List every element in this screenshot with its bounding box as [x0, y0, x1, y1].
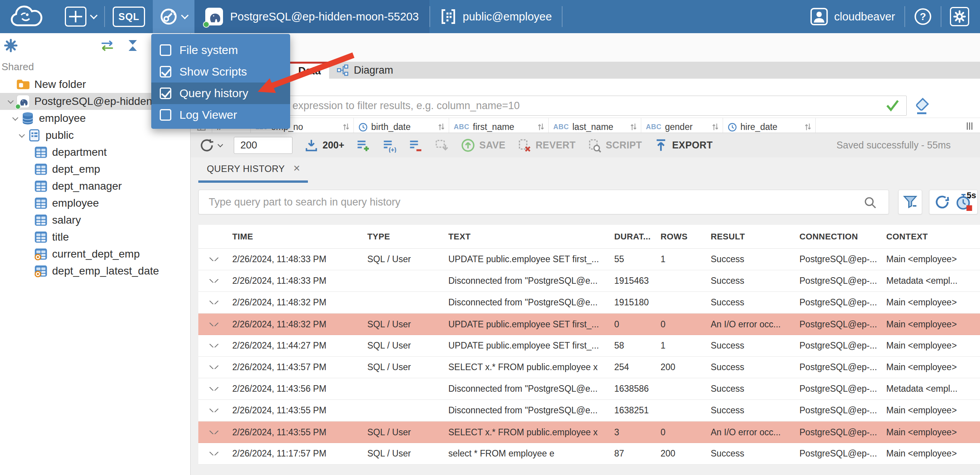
sync-connection-icon[interactable] [98, 39, 116, 52]
wrench-icon [160, 8, 177, 25]
tab-query-history[interactable]: QUERY HISTORY × [198, 157, 308, 183]
tree-item-public[interactable]: public [0, 127, 190, 144]
expand-chevron-icon[interactable] [209, 323, 218, 326]
expand-chevron-icon[interactable] [209, 366, 218, 369]
expand-chevron-icon[interactable] [209, 301, 218, 304]
gear-icon [950, 7, 969, 26]
menu-item-query-history[interactable]: Query history [151, 83, 290, 104]
sidebar-settings-gear-icon[interactable] [4, 39, 18, 52]
expand-chevron-icon[interactable] [209, 279, 218, 283]
apply-filter-check-icon[interactable] [885, 98, 900, 114]
chevron-down-icon[interactable] [3, 99, 16, 104]
grid-column-birth-date[interactable]: birth_date [354, 118, 449, 133]
tab-diagram[interactable]: Diagram [327, 62, 402, 79]
query-history-search-input[interactable] [198, 190, 889, 214]
expand-chevron-icon[interactable] [209, 258, 218, 261]
user-icon [810, 8, 828, 25]
help-button[interactable]: ? [905, 0, 941, 33]
query-history-row[interactable]: 2/26/2024, 11:48:33 PMSQL / UserUPDATE p… [198, 249, 980, 270]
tree-item-title[interactable]: title [0, 229, 190, 246]
new-sql-editor-button[interactable]: SQL [105, 0, 153, 33]
menu-item-file-system[interactable]: File system [151, 39, 290, 61]
query-history-row[interactable]: 2/26/2024, 11:43:57 PMSQL / UserSELECT x… [198, 357, 980, 378]
fetch-more-button[interactable]: 200+ [304, 138, 344, 153]
sql-editor-icon: SQL [113, 7, 145, 27]
main-content: Data Diagram [191, 33, 980, 475]
settings-button[interactable] [941, 0, 978, 33]
revert-button[interactable]: REVERT [517, 138, 576, 153]
filter-expression-input[interactable] [284, 96, 907, 116]
expand-chevron-icon[interactable] [209, 431, 218, 434]
history-filter-button[interactable] [898, 190, 922, 214]
refresh-icon[interactable] [934, 194, 950, 210]
checkbox-icon[interactable] [160, 66, 171, 77]
close-icon[interactable]: × [293, 162, 300, 174]
qh-cell-connection: PostgreSQL@ep-... [796, 427, 883, 438]
clear-filter-eraser-icon[interactable] [913, 96, 931, 116]
tree-item-department[interactable]: department [0, 144, 190, 161]
menu-item-label: Show Scripts [179, 65, 247, 78]
duplicate-row-button[interactable]: (+) [382, 138, 397, 153]
refresh-button[interactable] [199, 138, 222, 153]
row-limit-input[interactable] [234, 137, 292, 154]
query-history-row[interactable]: 2/26/2024, 11:17:57 PMSQL / Userselect *… [198, 443, 980, 465]
tree-item-dept-emp[interactable]: dept_emp [0, 161, 190, 178]
tree-item-current-dept-emp[interactable]: current_dept_emp [0, 246, 190, 263]
fetch-more-icon [304, 138, 319, 153]
plus-icon [65, 7, 86, 27]
tools-menu-button[interactable] [153, 0, 194, 33]
dump-data-icon [434, 138, 449, 153]
chevron-down-icon[interactable] [8, 116, 21, 121]
tree-item-salary[interactable]: salary [0, 212, 190, 229]
expand-chevron-icon[interactable] [209, 387, 218, 391]
save-button[interactable]: SAVE [461, 138, 505, 153]
tree-item-dept-manager[interactable]: dept_manager [0, 178, 190, 195]
query-history-row[interactable]: 2/26/2024, 11:43:55 PMDisconnected from … [198, 400, 980, 421]
grid-panel-toggle-icon[interactable] [959, 118, 980, 133]
qh-cell-text: select * FROM employee e [445, 448, 611, 459]
grid-column-first-name[interactable]: ABCfirst_name [449, 118, 549, 133]
checkbox-icon[interactable] [160, 44, 171, 56]
tree-item-dept-emp-latest-date[interactable]: dept_emp_latest_date [0, 263, 190, 280]
qh-cell-text: Disconnected from "PostgreSQL@e... [445, 297, 611, 308]
query-history-row[interactable]: 2/26/2024, 11:43:55 PMSQL / UserSELECT x… [198, 421, 980, 443]
query-history-row[interactable]: 2/26/2024, 11:43:56 PMDisconnected from … [198, 378, 980, 400]
expand-chevron-icon[interactable] [209, 452, 218, 455]
query-history-table: TIMETYPETEXTDURAT...ROWSRESULTCONNECTION… [198, 225, 980, 465]
save-icon [461, 138, 475, 153]
user-menu[interactable]: cloudbeaver [801, 8, 904, 25]
qh-cell-duration: 1638586 [611, 384, 657, 394]
schema-name: public@employee [463, 10, 552, 23]
schema-selector[interactable]: public@employee [430, 0, 562, 33]
grid-column-gender[interactable]: ABCgender [641, 118, 723, 133]
expand-chevron-icon[interactable] [209, 409, 218, 412]
qh-cell-result: Success [708, 448, 796, 459]
view-icon [34, 264, 48, 278]
collapse-all-icon[interactable] [125, 39, 140, 52]
delete-row-icon [408, 138, 423, 153]
dump-data-button[interactable] [434, 138, 449, 153]
query-history-row[interactable]: 2/26/2024, 11:48:33 PMDisconnected from … [198, 270, 980, 292]
history-refresh-group[interactable]: 5s [929, 190, 978, 214]
expand-chevron-icon[interactable] [209, 344, 218, 347]
query-history-row[interactable]: 2/26/2024, 11:48:32 PMSQL / UserUPDATE p… [198, 313, 980, 335]
script-button[interactable]: SCRIPT [587, 138, 642, 153]
new-object-button[interactable] [57, 0, 104, 33]
export-button[interactable]: EXPORT [654, 138, 713, 153]
query-history-row[interactable]: 2/26/2024, 11:48:32 PMDisconnected from … [198, 292, 980, 313]
connection-selector[interactable]: PostgreSQL@ep-hidden-moon-55203 [194, 0, 429, 33]
chevron-down-icon[interactable] [14, 133, 27, 138]
add-row-button[interactable] [356, 138, 370, 153]
query-history-row[interactable]: 2/26/2024, 11:44:27 PMSQL / UserUPDATE p… [198, 335, 980, 357]
tree-item-employee[interactable]: employee [0, 195, 190, 212]
tab-data[interactable]: Data [290, 62, 329, 79]
cloudbeaver-logo-icon[interactable] [10, 5, 46, 29]
qh-cell-text: UPDATE public.employee SET first_... [445, 340, 611, 351]
menu-item-show-scripts[interactable]: Show Scripts [151, 61, 290, 83]
grid-column-last-name[interactable]: ABClast_name [549, 118, 641, 133]
delete-row-button[interactable] [408, 138, 423, 153]
checkbox-icon[interactable] [160, 109, 171, 121]
menu-item-log-viewer[interactable]: Log Viewer [151, 104, 290, 126]
checkbox-icon[interactable] [160, 88, 171, 99]
grid-column-hire-date[interactable]: hire_date [723, 118, 816, 133]
